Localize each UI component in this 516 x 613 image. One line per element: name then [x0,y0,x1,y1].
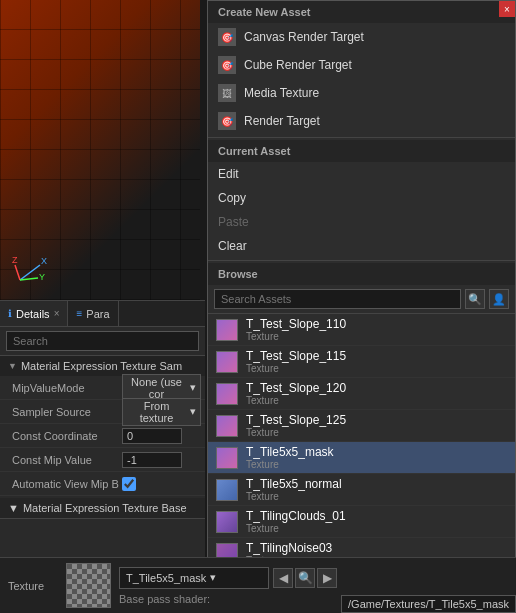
svg-text:Z: Z [12,255,18,265]
asset-name-4: T_Tile5x5_mask [246,445,334,459]
asset-name-7: T_TilingNoise03 [246,541,332,555]
auto-view-mip-label: Automatic View Mip B [12,478,122,490]
asset-name-3: T_Test_Slope_125 [246,413,346,427]
menu-item-media-texture[interactable]: 🖼 Media Texture [208,79,515,107]
menu-item-copy[interactable]: Copy [208,186,515,210]
browse-header: Browse [208,263,515,285]
texture-dropdown-value: T_Tile5x5_mask [126,572,206,584]
asset-type-5: Texture [246,491,342,502]
details-tab-icon: ℹ [8,308,12,319]
search-bar [0,327,205,356]
auto-view-mip-checkbox[interactable] [122,477,136,491]
asset-item-5[interactable]: T_Tile5x5_normal Texture [208,474,515,506]
panel-tabs: ℹ Details × ≡ Para [0,301,205,327]
asset-thumb-5 [216,479,238,501]
axis-indicator: X Z Y [10,250,50,290]
asset-type-3: Texture [246,427,346,438]
render-target-icon: 🎯 [218,112,236,130]
search-find-button[interactable]: 🔍 [295,568,315,588]
tab-details[interactable]: ℹ Details × [0,301,68,326]
asset-thumb-0 [216,319,238,341]
asset-type-2: Texture [246,395,346,406]
asset-item-2[interactable]: T_Test_Slope_120 Texture [208,378,515,410]
menu-item-cube-render[interactable]: 🎯 Cube Render Target [208,51,515,79]
menu-item-edit[interactable]: Edit [208,162,515,186]
tab-para-label: Para [86,308,109,320]
asset-info-5: T_Tile5x5_normal Texture [246,477,342,502]
sampler-source-value: From texture [127,400,186,424]
texture-preview [66,563,111,608]
asset-info-0: T_Test_Slope_110 Texture [246,317,346,342]
asset-name-6: T_TilingClouds_01 [246,509,346,523]
const-coord-label: Const Coordinate [12,430,122,442]
asset-name-2: T_Test_Slope_120 [246,381,346,395]
property-mip-value-mode: MipValueMode None (use cor▾ [0,376,205,400]
search-assets-input[interactable] [214,289,461,309]
search-input[interactable] [6,331,199,351]
create-new-asset-header: Create New Asset [208,1,515,23]
render-target-label: Render Target [244,114,320,128]
mip-value-mode-label: MipValueMode [12,382,122,394]
menu-item-render-target[interactable]: 🎯 Render Target [208,107,515,135]
base-section-arrow-icon: ▼ [8,502,19,514]
asset-item-1[interactable]: T_Test_Slope_115 Texture [208,346,515,378]
property-const-mip: Const Mip Value [0,448,205,472]
texture-dropdown-arrow: ▾ [210,571,216,584]
para-tab-icon: ≡ [76,308,82,319]
canvas-render-label: Canvas Render Target [244,30,364,44]
user-icon-button[interactable]: 👤 [489,289,509,309]
const-coord-input[interactable] [122,428,182,444]
asset-item-4[interactable]: T_Tile5x5_mask Texture [208,442,515,474]
copy-label: Copy [218,191,246,205]
const-mip-label: Const Mip Value [12,454,122,466]
shader-label: Base pass shader: [119,593,210,605]
menu-item-clear[interactable]: Clear [208,234,515,258]
asset-item-6[interactable]: T_TilingClouds_01 Texture [208,506,515,538]
asset-name-5: T_Tile5x5_normal [246,477,342,491]
menu-item-canvas-render[interactable]: 🎯 Canvas Render Target [208,23,515,51]
asset-type-4: Texture [246,459,334,470]
asset-type-0: Texture [246,331,346,342]
material-expr-label: Material Expression Texture Sam [21,360,182,372]
property-sampler-source: Sampler Source From texture▾ [0,400,205,424]
asset-item-3[interactable]: T_Test_Slope_125 Texture [208,410,515,442]
sampler-source-label: Sampler Source [12,406,122,418]
asset-item-0[interactable]: T_Test_Slope_110 Texture [208,314,515,346]
tab-para[interactable]: ≡ Para [68,301,118,326]
asset-info-3: T_Test_Slope_125 Texture [246,413,346,438]
material-base-label: Material Expression Texture Base [23,502,187,514]
menu-divider-2 [208,260,515,261]
material-base-section[interactable]: ▼ Material Expression Texture Base [0,498,205,519]
nav-forward-button[interactable]: ▶ [317,568,337,588]
asset-thumb-3 [216,415,238,437]
media-texture-label: Media Texture [244,86,319,100]
asset-name-0: T_Test_Slope_110 [246,317,346,331]
svg-text:Y: Y [39,272,45,282]
edit-label: Edit [218,167,239,181]
media-texture-icon: 🖼 [218,84,236,102]
asset-type-1: Texture [246,363,346,374]
asset-info-2: T_Test_Slope_120 Texture [246,381,346,406]
nav-back-button[interactable]: ◀ [273,568,293,588]
context-menu-close[interactable]: × [499,1,515,17]
asset-thumb-4 [216,447,238,469]
asset-thumb-1 [216,351,238,373]
search-assets-button[interactable]: 🔍 [465,289,485,309]
asset-info-6: T_TilingClouds_01 Texture [246,509,346,534]
asset-thumb-2 [216,383,238,405]
menu-item-paste: Paste [208,210,515,234]
tab-details-label: Details [16,308,50,320]
cube-render-icon: 🎯 [218,56,236,74]
asset-type-6: Texture [246,523,346,534]
asset-list: T_Test_Slope_110 Texture T_Test_Slope_11… [208,314,515,564]
3d-viewport: X Z Y [0,0,200,300]
asset-name-1: T_Test_Slope_115 [246,349,346,363]
cube-render-label: Cube Render Target [244,58,352,72]
texture-dropdown[interactable]: T_Tile5x5_mask ▾ [119,567,269,589]
paste-label: Paste [218,215,249,229]
asset-thumb-6 [216,511,238,533]
sampler-source-dropdown[interactable]: From texture▾ [122,398,201,426]
details-tab-close[interactable]: × [54,308,60,319]
context-menu: × Create New Asset 🎯 Canvas Render Targe… [207,0,516,587]
const-mip-input[interactable] [122,452,182,468]
